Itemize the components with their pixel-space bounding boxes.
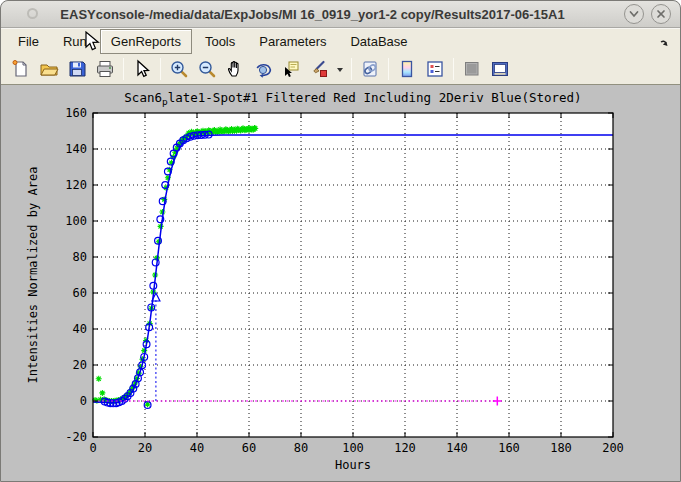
y-tick-label: 20 [73, 358, 87, 372]
new-file-icon [11, 59, 31, 79]
pan-icon [225, 59, 245, 79]
plot-title: Scan6plate1-Spot#1 Filtered Red Includin… [124, 90, 581, 107]
x-tick-label: 100 [342, 441, 364, 455]
figure-area: 020406080100120140160180200-200204060801… [1, 86, 680, 482]
toolbar-separator [123, 58, 124, 80]
new-file-button[interactable] [8, 56, 34, 82]
menu-item-parameters[interactable]: Parameters [248, 29, 337, 54]
x-tick-label: 120 [394, 441, 416, 455]
plain-square-icon [462, 59, 482, 79]
toolbar-separator [388, 58, 389, 80]
rotate-3d-button[interactable] [250, 56, 276, 82]
plot-canvas: 020406080100120140160180200-200204060801… [1, 86, 680, 482]
toolbar-separator [160, 58, 161, 80]
print-icon [95, 59, 115, 79]
zoom-out-icon [197, 59, 217, 79]
zoom-out-button[interactable] [194, 56, 220, 82]
save-button[interactable] [64, 56, 90, 82]
y-tick-label: 140 [65, 142, 87, 156]
rotate-3d-icon [253, 59, 273, 79]
open-folder-button[interactable] [36, 56, 62, 82]
brush-icon [309, 59, 329, 79]
menu-item-tools[interactable]: Tools [194, 29, 246, 54]
menu-item-run[interactable]: Run [52, 29, 98, 54]
insert-colorbar-button[interactable] [394, 56, 420, 82]
y-tick-label: 80 [73, 250, 87, 264]
menubar-corner-arrow-icon[interactable] [658, 36, 670, 48]
toolbar-separator [453, 58, 454, 80]
insert-colorbar-icon [397, 59, 417, 79]
x-tick-label: 80 [294, 441, 308, 455]
chevron-down-icon [628, 8, 640, 20]
pointer-icon [132, 59, 152, 79]
zoom-in-button[interactable] [166, 56, 192, 82]
y-tick-label: 160 [65, 106, 87, 120]
insert-legend-icon [425, 59, 445, 79]
x-tick-label: 180 [550, 441, 572, 455]
menu-item-file[interactable]: File [7, 29, 50, 54]
brush-caret-icon [336, 59, 344, 79]
x-tick-label: 200 [602, 441, 624, 455]
x-tick-label: 40 [190, 441, 204, 455]
close-button[interactable] [651, 4, 671, 24]
y-tick-label: 100 [65, 214, 87, 228]
link-plot-button[interactable] [357, 56, 383, 82]
toolbar-separator [351, 58, 352, 80]
open-folder-icon [39, 59, 59, 79]
insert-legend-button[interactable] [422, 56, 448, 82]
brush-caret-button[interactable] [334, 56, 346, 82]
x-tick-label: 160 [498, 441, 520, 455]
window-icon-placeholder [27, 8, 38, 19]
y-tick-label: 120 [65, 178, 87, 192]
toolbar [1, 54, 680, 85]
x-tick-label: 0 [89, 441, 96, 455]
y-axis-label: Intensities Normalized by Area [26, 167, 40, 384]
brush-button[interactable] [306, 56, 332, 82]
shade-button[interactable] [624, 4, 644, 24]
dock-figure-icon [490, 59, 510, 79]
x-tick-label: 140 [446, 441, 468, 455]
save-icon [67, 59, 87, 79]
pointer-button[interactable] [129, 56, 155, 82]
dock-figure-button[interactable] [487, 56, 513, 82]
y-tick-label: -20 [65, 430, 87, 444]
y-tick-label: 60 [73, 286, 87, 300]
data-cursor-icon [281, 59, 301, 79]
application-window: EASYconsole-/media/data/ExpJobs/MI 16_09… [0, 0, 681, 482]
y-tick-label: 0 [80, 394, 87, 408]
x-axis-label: Hours [335, 458, 371, 472]
menu-item-database[interactable]: DataBase [339, 29, 418, 54]
y-tick-label: 40 [73, 322, 87, 336]
data-cursor-button[interactable] [278, 56, 304, 82]
plain-square-button[interactable] [459, 56, 485, 82]
menu-item-genreports[interactable]: GenReports [100, 29, 192, 54]
titlebar[interactable]: EASYconsole-/media/data/ExpJobs/MI 16_09… [1, 1, 680, 28]
close-icon [655, 8, 667, 20]
print-button[interactable] [92, 56, 118, 82]
x-tick-label: 60 [242, 441, 256, 455]
x-tick-label: 20 [138, 441, 152, 455]
menubar: File Run GenReports Tools Parameters Dat… [1, 28, 680, 54]
zoom-in-icon [169, 59, 189, 79]
pan-button[interactable] [222, 56, 248, 82]
link-plot-icon [360, 59, 380, 79]
window-title: EASYconsole-/media/data/ExpJobs/MI 16_09… [1, 7, 624, 22]
